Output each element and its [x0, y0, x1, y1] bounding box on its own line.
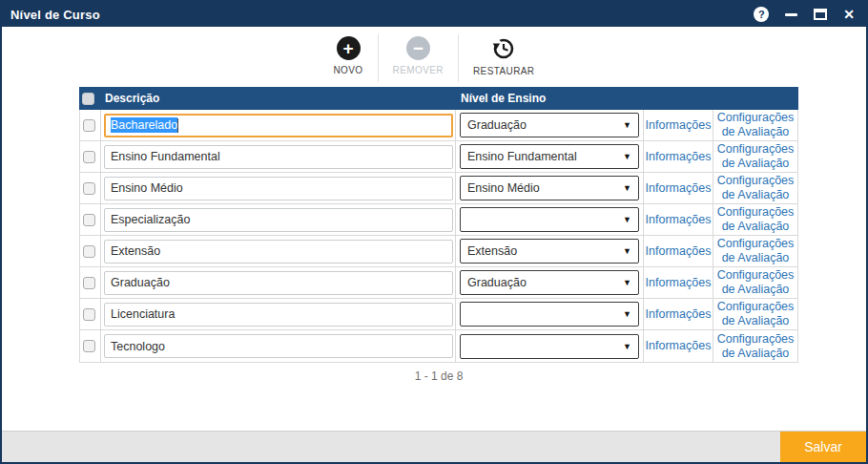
nivel-de-curso-window: Nível de Curso ? ✕ + NOVO − REMOVER REST	[0, 0, 868, 464]
row-checkbox[interactable]	[83, 340, 95, 352]
row-checkbox[interactable]	[83, 308, 95, 321]
informacoes-link[interactable]: Informações	[646, 339, 712, 353]
informacoes-link[interactable]: Informações	[646, 244, 712, 259]
description-input[interactable]: Ensino Médio	[104, 177, 453, 200]
row-checkbox-cell	[80, 173, 101, 203]
table-row: Ensino Médio Ensino Médio ▼ Informações …	[80, 173, 797, 204]
row-checkbox[interactable]	[83, 151, 95, 163]
pagination-label: 1 - 1 de 8	[79, 369, 798, 383]
window-title: Nível de Curso	[10, 8, 100, 22]
course-level-table: Descrição Nível de Ensino Bacharelado Gr…	[79, 87, 798, 363]
novo-button-label: NOVO	[334, 65, 363, 75]
informacoes-link[interactable]: Informações	[646, 307, 712, 322]
informacoes-link[interactable]: Informações	[646, 150, 712, 164]
row-info-cell: Informações	[644, 330, 713, 362]
table-header-row: Descrição Nível de Ensino	[79, 87, 798, 110]
header-checkbox-cell	[79, 93, 100, 105]
header-nivel-de-ensino: Nível de Ensino	[455, 92, 643, 105]
description-input[interactable]: Extensão	[104, 240, 453, 264]
remover-button[interactable]: − REMOVER	[378, 34, 458, 82]
row-checkbox[interactable]	[83, 182, 95, 195]
close-icon[interactable]: ✕	[843, 8, 855, 21]
row-checkbox-cell	[80, 330, 101, 362]
configuracoes-de-avaliacao-link[interactable]: Configurações de Avaliação	[713, 300, 797, 328]
novo-button[interactable]: + NOVO	[320, 34, 378, 82]
chevron-down-icon: ▼	[623, 309, 631, 319]
row-info-cell: Informações	[644, 141, 713, 172]
chevron-down-icon: ▼	[623, 215, 631, 224]
help-icon[interactable]: ?	[754, 7, 769, 22]
row-nivel-cell: Graduação ▼	[456, 267, 644, 298]
configuracoes-de-avaliacao-link[interactable]: Configurações de Avaliação	[713, 205, 797, 234]
chevron-down-icon: ▼	[623, 278, 631, 287]
configuracoes-de-avaliacao-link[interactable]: Configurações de Avaliação	[713, 268, 797, 297]
level-select[interactable]: ▼	[460, 334, 639, 359]
description-input[interactable]: Bacharelado	[104, 114, 453, 137]
row-checkbox[interactable]	[83, 277, 95, 289]
description-input[interactable]: Licenciatura	[104, 303, 453, 327]
row-config-cell: Configurações de Avaliação	[713, 330, 797, 362]
titlebar-icons: ? ✕	[754, 7, 855, 22]
row-checkbox[interactable]	[83, 214, 95, 226]
description-input[interactable]: Graduação	[104, 271, 453, 295]
row-config-cell: Configurações de Avaliação	[713, 173, 797, 203]
row-descricao-cell: Especialização	[101, 204, 456, 235]
select-all-checkbox[interactable]	[82, 93, 94, 105]
row-info-cell: Informações	[644, 299, 713, 329]
row-checkbox-cell	[80, 110, 101, 140]
level-select[interactable]: Ensino Fundamental ▼	[460, 144, 639, 169]
row-info-cell: Informações	[644, 110, 713, 140]
row-descricao-cell: Tecnologo	[101, 330, 456, 362]
table-row: Licenciatura ▼ Informações Configurações…	[80, 299, 797, 330]
level-select[interactable]: Ensino Médio ▼	[460, 176, 639, 200]
row-checkbox-cell	[80, 141, 101, 172]
chevron-down-icon: ▼	[623, 183, 631, 193]
restaurar-button-label: RESTAURAR	[473, 66, 535, 76]
row-config-cell: Configurações de Avaliação	[713, 267, 797, 298]
plus-circle-icon: +	[337, 36, 361, 60]
chevron-down-icon: ▼	[623, 342, 631, 351]
header-descricao: Descrição	[100, 92, 455, 105]
level-select[interactable]: ▼	[460, 302, 639, 327]
row-checkbox[interactable]	[83, 245, 95, 258]
level-select[interactable]: ▼	[460, 207, 639, 232]
restaurar-button[interactable]: RESTAURAR	[458, 34, 549, 82]
configuracoes-de-avaliacao-link[interactable]: Configurações de Avaliação	[713, 332, 797, 361]
informacoes-link[interactable]: Informações	[646, 181, 712, 196]
configuracoes-de-avaliacao-link[interactable]: Configurações de Avaliação	[713, 174, 797, 202]
level-select[interactable]: Graduação ▼	[460, 113, 639, 137]
row-descricao-cell: Ensino Médio	[101, 173, 456, 203]
minus-circle-icon: −	[406, 36, 430, 60]
footer-bar: Salvar	[2, 431, 866, 462]
informacoes-link[interactable]: Informações	[646, 118, 712, 133]
row-descricao-cell: Graduação	[101, 267, 456, 298]
level-select[interactable]: Graduação ▼	[460, 270, 639, 295]
row-info-cell: Informações	[644, 267, 713, 298]
row-nivel-cell: ▼	[456, 299, 644, 329]
row-config-cell: Configurações de Avaliação	[713, 236, 797, 266]
description-input[interactable]: Especialização	[104, 208, 453, 232]
table-row: Especialização ▼ Informações Configuraçõ…	[80, 204, 797, 236]
row-nivel-cell: Ensino Fundamental ▼	[456, 141, 644, 172]
configuracoes-de-avaliacao-link[interactable]: Configurações de Avaliação	[713, 111, 797, 139]
table-row: Tecnologo ▼ Informações Configurações de…	[80, 330, 797, 362]
row-config-cell: Configurações de Avaliação	[713, 141, 797, 172]
table-row: Bacharelado Graduação ▼ Informações Conf…	[80, 110, 797, 141]
row-nivel-cell: ▼	[456, 204, 644, 235]
informacoes-link[interactable]: Informações	[646, 276, 712, 290]
maximize-icon[interactable]	[814, 9, 827, 20]
chevron-down-icon: ▼	[623, 246, 631, 256]
minimize-icon[interactable]	[785, 13, 797, 16]
row-checkbox[interactable]	[83, 119, 95, 132]
informacoes-link[interactable]: Informações	[646, 213, 712, 227]
save-button[interactable]: Salvar	[780, 432, 866, 462]
row-info-cell: Informações	[644, 236, 713, 266]
description-input[interactable]: Ensino Fundamental	[104, 145, 453, 169]
configuracoes-de-avaliacao-link[interactable]: Configurações de Avaliação	[713, 142, 797, 171]
description-input[interactable]: Tecnologo	[104, 334, 453, 358]
row-info-cell: Informações	[644, 173, 713, 203]
row-info-cell: Informações	[644, 204, 713, 235]
chevron-down-icon: ▼	[623, 152, 631, 161]
configuracoes-de-avaliacao-link[interactable]: Configurações de Avaliação	[713, 237, 797, 265]
level-select[interactable]: Extensão ▼	[460, 239, 639, 264]
